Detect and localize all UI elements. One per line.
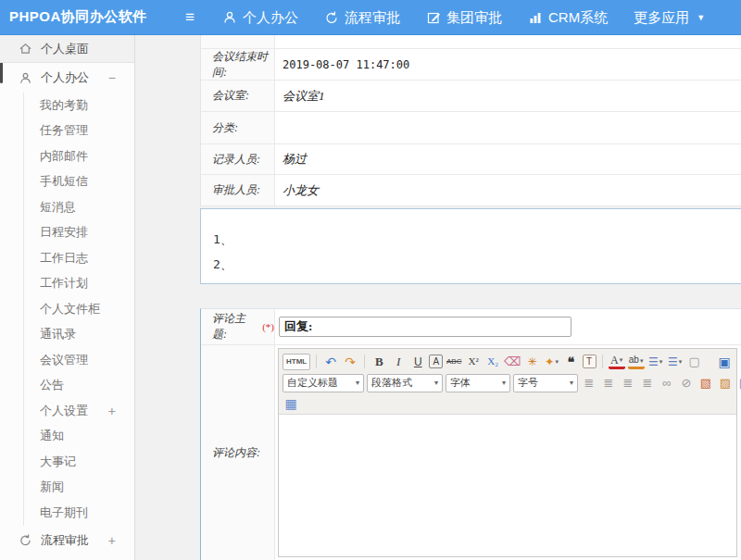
approver-label: 审批人员: — [201, 175, 275, 205]
insert-image-icon[interactable]: ▧ — [697, 375, 714, 392]
eraser-icon[interactable]: ⌫ — [504, 354, 521, 370]
expand-icon[interactable]: + — [108, 533, 116, 548]
highlight-color-button[interactable]: ab▾ — [628, 355, 645, 369]
caret-down-icon: ▾ — [434, 379, 438, 387]
icon-glyph: A — [610, 355, 619, 366]
sidebar-item-workflow-approval[interactable]: 流程审批 + — [0, 526, 134, 555]
font-style-box-button[interactable]: A — [429, 355, 443, 368]
nav-workflow-approval[interactable]: 流程审批 — [324, 9, 400, 27]
caret-down-icon: ▾ — [502, 379, 506, 387]
remove-format-icon[interactable]: ✳ — [524, 354, 541, 370]
comment-subject-input[interactable] — [279, 317, 571, 337]
sidebar-item-internal-mail[interactable]: 内部邮件 — [24, 143, 134, 169]
sidebar-item-meeting-management[interactable]: 会议管理 — [24, 347, 134, 373]
nav-crm-system[interactable]: CRM系统 — [528, 9, 608, 27]
caret-down-icon: ▾ — [640, 357, 644, 364]
menu-toggle-icon[interactable]: ≡ — [185, 0, 195, 35]
required-marker: (*) — [262, 321, 274, 332]
sidebar-item-label: 我的考勤 — [40, 97, 88, 114]
collapse-icon[interactable]: − — [108, 70, 116, 85]
approver-value: 小龙女 — [275, 175, 741, 205]
comment-form-table: 评论主题: (*) 评论内容: HTML ↶ — [200, 308, 741, 560]
font-size-select[interactable]: 字号▾ — [513, 374, 578, 392]
undo-icon[interactable]: ↶ — [322, 354, 339, 370]
sidebar-item-major-events[interactable]: 大事记 — [24, 449, 134, 475]
table-row: 审批人员: 小龙女 — [201, 175, 741, 206]
icon-glyph: ab — [629, 355, 639, 365]
toolbar-separator — [602, 355, 603, 368]
caret-down-icon: ▾ — [620, 357, 623, 364]
align-center-icon[interactable]: ≣ — [600, 375, 617, 392]
sidebar-item-schedule[interactable]: 日程安排 — [24, 220, 134, 246]
meeting-room-value: 会议室1 — [275, 81, 741, 111]
icon-glyph: ✦ — [545, 356, 554, 367]
expand-icon[interactable]: + — [108, 404, 116, 418]
insert-table-icon[interactable]: ▦ — [283, 395, 299, 412]
nav-personal-office[interactable]: 个人办公 — [222, 9, 298, 27]
align-right-icon[interactable]: ≣ — [620, 375, 636, 392]
caret-down-icon: ▾ — [679, 358, 683, 365]
sidebar-item-announcement[interactable]: 公告 — [24, 373, 134, 399]
bold-button[interactable]: B — [370, 354, 387, 370]
sidebar-item-my-attendance[interactable]: 我的考勤 — [24, 93, 134, 118]
sidebar-item-work-log[interactable]: 工作日志 — [24, 245, 134, 271]
comment-content-label: 评论内容: — [201, 345, 275, 560]
link-icon[interactable]: ∞ — [659, 375, 675, 392]
sidebar-item-label: 日程安排 — [40, 224, 88, 241]
new-page-icon[interactable]: ▢ — [686, 354, 703, 370]
italic-button[interactable]: I — [390, 354, 407, 370]
sidebar-item-short-message[interactable]: 短消息 — [24, 194, 134, 220]
sidebar-item-work-plan[interactable]: 工作计划 — [24, 271, 134, 297]
html-source-button[interactable]: HTML — [283, 354, 310, 370]
strikethrough-button[interactable]: ABC — [446, 354, 462, 370]
blockquote-icon[interactable]: ❝ — [563, 354, 580, 370]
history-icon — [324, 10, 339, 25]
underline-button[interactable]: U — [409, 354, 426, 370]
format-painter-icon[interactable]: ✦▾ — [544, 354, 560, 370]
table-row: 记录人员: 杨过 — [201, 144, 741, 175]
align-justify-icon[interactable]: ≣ — [639, 375, 656, 392]
minutes-line: 2、 — [213, 256, 741, 273]
sidebar-item-contacts[interactable]: 通讯录 — [24, 322, 134, 348]
paragraph-format-select[interactable]: 段落格式▾ — [367, 374, 443, 392]
font-family-select[interactable]: 字体▾ — [446, 374, 510, 392]
main-content: 会议结束时间: 2019-08-07 11:47:00 会议室: 会议室1 分类… — [135, 35, 741, 560]
table-row: 分类: — [201, 112, 741, 144]
ordered-list-button[interactable]: ☰▾ — [647, 354, 664, 370]
sidebar-item-label: 短消息 — [40, 199, 76, 216]
sidebar-item-personal-office[interactable]: 个人办公 − — [0, 63, 134, 93]
unlink-icon[interactable]: ⊘ — [678, 375, 695, 392]
subscript-button[interactable]: X₂ — [484, 354, 501, 370]
edit-square-icon — [426, 10, 441, 25]
minutes-line: 1、 — [213, 231, 741, 248]
toolbar-separator — [316, 355, 317, 368]
sidebar-item-personal-files[interactable]: 个人文件柜 — [24, 296, 134, 322]
meeting-end-time-label: 会议结束时间: — [201, 49, 275, 80]
custom-heading-select[interactable]: 自定义标题▾ — [283, 374, 364, 392]
sidebar-item-personal-desktop[interactable]: 个人桌面 — [0, 35, 134, 63]
sidebar-item-notification[interactable]: 通知 — [24, 424, 134, 450]
unordered-list-button[interactable]: ☰▾ — [667, 354, 684, 370]
redo-icon[interactable]: ↷ — [342, 354, 358, 370]
sidebar-item-mobile-sms[interactable]: 手机短信 — [24, 169, 134, 195]
nav-more-apps[interactable]: 更多应用 ▼ — [634, 9, 705, 27]
row-value — [275, 35, 741, 48]
paste-text-icon[interactable]: T — [583, 355, 597, 368]
editor-content-area[interactable] — [279, 415, 736, 556]
bar-chart-icon — [528, 10, 543, 25]
sidebar-item-label: 通讯录 — [40, 326, 76, 342]
fullscreen-icon[interactable]: ▣ — [716, 354, 733, 370]
caret-down-icon: ▾ — [356, 379, 359, 387]
category-value — [275, 112, 741, 143]
sidebar-item-task-management[interactable]: 任务管理 — [24, 118, 134, 144]
screenshot-icon[interactable]: ▨ — [717, 375, 734, 392]
sidebar-item-news[interactable]: 新闻 — [24, 475, 134, 501]
columns-icon[interactable]: ▥ — [736, 375, 741, 392]
sidebar-item-e-journal[interactable]: 电子期刊 — [24, 500, 134, 526]
sidebar-item-personal-settings[interactable]: 个人设置+ — [24, 398, 134, 424]
nav-group-approval[interactable]: 集团审批 — [426, 9, 502, 27]
align-left-icon[interactable]: ≣ — [581, 375, 597, 392]
person-icon — [19, 71, 32, 85]
font-color-button[interactable]: A▾ — [609, 355, 625, 369]
superscript-button[interactable]: X² — [465, 354, 482, 370]
